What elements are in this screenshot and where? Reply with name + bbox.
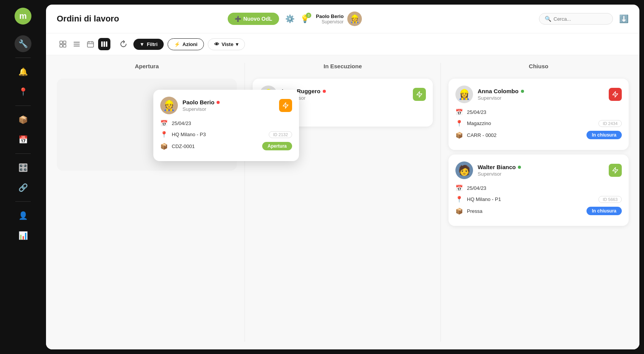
calendar-star-icon: 📅 xyxy=(18,135,28,144)
card-date-walter: 📅 25/04/23 xyxy=(455,184,622,192)
plus-icon: ➕ xyxy=(235,16,241,22)
user-info[interactable]: Paolo Berio Supervisor 👷 xyxy=(316,12,362,26)
column-header-esecuzione: In Esecuzione xyxy=(253,63,433,74)
card-walter-bianco[interactable]: 🧑 Walter Bianco Supervisor 📅 25/04/2 xyxy=(449,155,629,226)
wrench-icon: 🔧 xyxy=(18,39,28,48)
sidebar-item-gauge[interactable]: 🎛️ xyxy=(15,159,31,176)
filter-icon: ▼ xyxy=(140,41,145,47)
sidebar-item-location[interactable]: 📍 xyxy=(15,83,31,100)
view-icon-kanban[interactable] xyxy=(98,38,110,50)
user-text: Paolo Berio Supervisor xyxy=(316,13,343,25)
view-icon-calendar[interactable] xyxy=(84,38,97,50)
card-asset-anna: 📦 CARR - 0002 In chiusura xyxy=(455,131,622,139)
sidebar-item-chart[interactable]: 📊 xyxy=(15,227,31,244)
svg-rect-7 xyxy=(87,42,94,47)
column-separator-2 xyxy=(440,63,441,342)
sidebar: m 🔧 🔔 📍 📦 📅 🎛️ 🔗 👤 📊 xyxy=(0,0,46,354)
sidebar-item-wrench[interactable]: 🔧 xyxy=(15,35,31,52)
status-dot-paolo xyxy=(217,101,220,104)
chevron-down-icon: ▾ xyxy=(236,41,238,47)
user-icon: 👤 xyxy=(18,211,28,220)
status-badge-paolo: Apertura xyxy=(262,142,292,150)
status-dot-anna xyxy=(521,90,524,93)
asset-icon-anna: 📦 xyxy=(455,132,463,139)
azioni-icon: ⚡ xyxy=(174,41,180,47)
action-btn-anna[interactable] xyxy=(609,88,622,101)
avatar-anna: 👷‍♀️ xyxy=(455,86,473,103)
bell-notification-icon[interactable]: 💡 3 xyxy=(300,14,310,23)
name-anna: Anna Colombo xyxy=(478,88,604,94)
card-asset-walter: 📦 Pressa In chiusura xyxy=(455,207,622,215)
card-header-anna: 👷‍♀️ Anna Colombo Supervisor xyxy=(455,86,622,103)
svg-rect-11 xyxy=(101,41,103,47)
azioni-button[interactable]: ⚡ Azioni xyxy=(168,38,204,50)
card-date-paolo: 📅 25/04/23 xyxy=(160,120,292,127)
svg-rect-5 xyxy=(74,44,80,44)
user-info-anna: Anna Colombo Supervisor xyxy=(478,88,604,101)
sidebar-item-calendar[interactable]: 📅 xyxy=(15,131,31,148)
role-luca: Supervisor xyxy=(282,95,408,101)
search-input[interactable] xyxy=(554,16,607,22)
calendar-icon-paolo: 📅 xyxy=(160,120,168,127)
sidebar-item-bell[interactable]: 🔔 xyxy=(15,63,31,80)
group-icon: 🔗 xyxy=(18,183,28,192)
main-content: Ordini di lavoro ➕ Nuovo OdL ⚙️ 💡 3 Paol… xyxy=(46,5,639,349)
action-btn-paolo[interactable] xyxy=(279,99,292,112)
card-location-walter: 📍 HQ Milano - P1 ID 5663 xyxy=(455,196,622,203)
search-icon: 🔍 xyxy=(545,16,551,22)
avatar-paolo: 👷 xyxy=(160,97,178,114)
app-logo[interactable]: m xyxy=(15,8,31,25)
svg-rect-2 xyxy=(60,44,62,47)
svg-rect-4 xyxy=(74,42,80,43)
settings-icon[interactable]: ⚙️ xyxy=(285,14,295,23)
status-badge-walter: In chiusura xyxy=(586,207,622,215)
card-date-anna: 📅 25/04/23 xyxy=(455,109,622,116)
card-header-walter: 🧑 Walter Bianco Supervisor xyxy=(455,161,622,179)
floating-card-paolo[interactable]: 👷 Paolo Berio Supervisor 📅 25/04/23 📍 xyxy=(153,90,299,161)
user-info-paolo: Paolo Berio Supervisor xyxy=(182,99,274,112)
action-btn-walter[interactable] xyxy=(609,164,622,177)
action-btn-luca[interactable] xyxy=(413,88,426,101)
refresh-button[interactable] xyxy=(117,38,130,50)
status-dot-luca xyxy=(323,90,326,93)
name-walter: Walter Bianco xyxy=(478,164,604,170)
svg-rect-6 xyxy=(74,46,80,46)
header-icons: ⚙️ 💡 3 xyxy=(285,14,310,23)
kanban-board: Apertura In Esecuzione 👷 Luca Ruggero Su… xyxy=(46,55,639,349)
view-icon-list[interactable] xyxy=(71,38,83,50)
status-badge-anna: In chiusura xyxy=(586,131,622,139)
card-location-anna: 📍 Magazzino ID 2434 xyxy=(455,120,622,127)
name-paolo: Paolo Berio xyxy=(182,99,274,105)
location-icon-walter: 📍 xyxy=(455,196,463,203)
sidebar-item-cube[interactable]: 📦 xyxy=(15,111,31,128)
calendar-icon-walter: 📅 xyxy=(455,184,463,192)
role-paolo: Supervisor xyxy=(182,106,274,112)
role-walter: Supervisor xyxy=(478,171,604,177)
nuovo-odl-button[interactable]: ➕ Nuovo OdL xyxy=(228,13,279,25)
user-role: Supervisor xyxy=(316,19,343,25)
sidebar-item-user[interactable]: 👤 xyxy=(15,207,31,224)
location-icon: 📍 xyxy=(18,87,28,96)
search-box[interactable]: 🔍 xyxy=(539,13,613,25)
sidebar-divider-4 xyxy=(15,201,31,202)
sidebar-divider-2 xyxy=(15,105,31,106)
sidebar-divider-1 xyxy=(15,58,31,58)
column-header-apertura: Apertura xyxy=(57,63,237,74)
svg-rect-12 xyxy=(104,41,105,47)
role-anna: Supervisor xyxy=(478,95,604,101)
asset-id-anna: ID 2434 xyxy=(598,120,622,127)
column-chiuso: Chiuso 👷‍♀️ Anna Colombo Supervisor xyxy=(449,63,629,342)
user-name: Paolo Berio xyxy=(316,13,343,19)
card-anna-colombo[interactable]: 👷‍♀️ Anna Colombo Supervisor 📅 25/04 xyxy=(449,79,629,150)
card-location-paolo: 📍 HQ Milano - P3 ID 2132 xyxy=(160,131,292,138)
location-icon-paolo: 📍 xyxy=(160,131,168,138)
sidebar-item-group[interactable]: 🔗 xyxy=(15,179,31,196)
filtri-button[interactable]: ▼ Filtri xyxy=(133,39,164,50)
viste-button[interactable]: 👁 Viste ▾ xyxy=(208,38,245,50)
view-icon-table[interactable] xyxy=(57,38,69,50)
avatar-walter: 🧑 xyxy=(455,161,473,179)
asset-icon-walter: 📦 xyxy=(455,207,463,215)
download-icon[interactable]: ⬇️ xyxy=(619,14,629,23)
user-avatar: 👷 xyxy=(347,12,362,26)
svg-rect-0 xyxy=(60,41,62,44)
